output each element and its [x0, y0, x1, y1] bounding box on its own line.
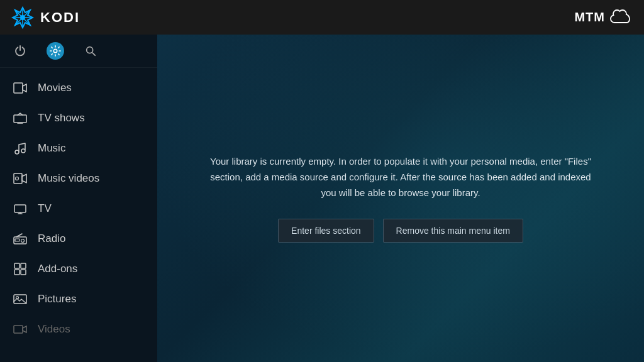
svg-point-11: [15, 150, 19, 154]
svg-rect-15: [14, 205, 26, 212]
svg-point-7: [87, 47, 93, 53]
header-brand: MTM: [574, 6, 633, 30]
svg-rect-22: [21, 263, 26, 268]
pictures-icon: [13, 292, 28, 307]
videos-icon: [13, 322, 28, 337]
videos-label: Videos: [38, 323, 70, 336]
svg-rect-23: [14, 270, 19, 275]
tv-label: TV: [38, 202, 52, 215]
empty-state-panel: Your library is currently empty. In orde…: [180, 135, 621, 261]
svg-point-14: [16, 177, 19, 180]
settings-button[interactable]: [47, 42, 64, 60]
remove-menu-item-button[interactable]: Remove this main menu item: [383, 219, 523, 243]
search-button[interactable]: [82, 42, 99, 60]
svg-rect-9: [14, 115, 26, 123]
empty-state-actions: Enter files section Remove this main men…: [206, 219, 596, 243]
music-videos-label: Music videos: [38, 172, 99, 185]
content-area: Your library is currently empty. In orde…: [157, 35, 644, 362]
svg-point-12: [21, 149, 25, 153]
sidebar-item-addons[interactable]: Add-ons: [0, 254, 157, 284]
app-title: KODI: [40, 9, 80, 26]
kodi-logo-icon: [11, 6, 34, 29]
header-logo-group: KODI: [11, 6, 80, 29]
sidebar-item-pictures[interactable]: Pictures: [0, 284, 157, 314]
sidebar-item-radio[interactable]: Radio: [0, 224, 157, 254]
sidebar-item-tvshows[interactable]: TV shows: [0, 103, 157, 133]
radio-label: Radio: [38, 233, 65, 245]
svg-rect-8: [14, 83, 23, 93]
svg-rect-27: [14, 326, 23, 333]
sidebar-item-videos[interactable]: Videos: [0, 314, 157, 344]
radio-icon: [13, 231, 28, 246]
svg-rect-24: [21, 270, 26, 275]
sidebar-item-music[interactable]: Music: [0, 133, 157, 163]
pictures-label: Pictures: [38, 293, 76, 305]
movies-icon: [13, 80, 28, 96]
enter-files-button[interactable]: Enter files section: [278, 219, 374, 243]
sidebar-item-music-videos[interactable]: Music videos: [0, 163, 157, 194]
music-icon: [13, 141, 28, 156]
brand-label: MTM: [574, 10, 605, 25]
music-label: Music: [38, 142, 65, 155]
svg-rect-20: [15, 239, 19, 241]
sidebar-nav: Movies TV shows: [0, 68, 157, 344]
movies-label: Movies: [38, 82, 72, 94]
addons-icon: [13, 261, 28, 277]
music-videos-icon: [13, 171, 28, 186]
cloud-icon: [609, 6, 633, 30]
addons-label: Add-ons: [38, 263, 77, 275]
sidebar-controls: [0, 35, 157, 68]
svg-point-19: [21, 239, 25, 243]
sidebar-item-tv[interactable]: TV: [0, 194, 157, 224]
tvshows-icon: [13, 111, 28, 126]
app-header: KODI MTM: [0, 0, 644, 35]
power-button[interactable]: [11, 42, 29, 60]
svg-rect-21: [14, 263, 19, 268]
svg-point-6: [53, 49, 57, 52]
sidebar-item-movies[interactable]: Movies: [0, 73, 157, 103]
tv-icon: [13, 201, 28, 216]
sidebar: Movies TV shows: [0, 35, 157, 362]
empty-state-message: Your library is currently empty. In orde…: [206, 154, 596, 200]
tvshows-label: TV shows: [38, 112, 85, 124]
main-layout: Movies TV shows: [0, 35, 644, 362]
